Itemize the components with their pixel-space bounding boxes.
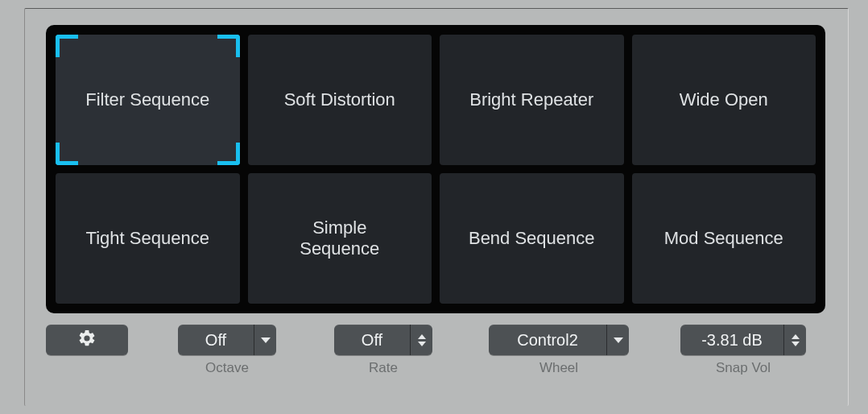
controls-row: Off Octave Off Rate Control2 Wheel - xyxy=(46,325,827,376)
rate-label: Rate xyxy=(369,360,398,376)
pad-bright-repeater[interactable]: Bright Repeater xyxy=(440,35,624,165)
pads-grid: Filter Sequence Soft Distortion Bright R… xyxy=(56,35,816,304)
pad-wide-open[interactable]: Wide Open xyxy=(632,35,816,165)
settings-button[interactable] xyxy=(46,325,128,355)
snap-vol-value: -3.81 dB xyxy=(680,325,783,355)
snap-vol-label: Snap Vol xyxy=(716,360,771,376)
pad-tight-sequence[interactable]: Tight Sequence xyxy=(56,173,240,304)
rate-value: Off xyxy=(334,325,410,355)
stepper-arrows-icon xyxy=(783,325,806,355)
pad-filter-sequence[interactable]: Filter Sequence xyxy=(56,35,240,165)
pad-simple-sequence[interactable]: Simple Sequence xyxy=(248,173,432,304)
wheel-dropdown[interactable]: Control2 xyxy=(489,325,629,355)
stepper-arrows-icon xyxy=(410,325,432,355)
octave-group: Off Octave xyxy=(178,325,276,376)
pad-mod-sequence[interactable]: Mod Sequence xyxy=(632,173,816,304)
pad-label: Filter Sequence xyxy=(85,89,209,110)
pad-label: Wide Open xyxy=(680,89,768,110)
pad-label: Tight Sequence xyxy=(86,228,209,249)
pad-label: Soft Distortion xyxy=(284,89,395,110)
settings-group xyxy=(46,325,128,355)
gear-icon xyxy=(77,329,97,351)
pad-label: Bend Sequence xyxy=(469,228,595,249)
chevron-down-icon xyxy=(254,325,276,355)
rate-group: Off Rate xyxy=(334,325,432,376)
snapshot-panel: Filter Sequence Soft Distortion Bright R… xyxy=(24,8,849,406)
wheel-group: Control2 Wheel xyxy=(489,325,629,376)
snap-vol-group: -3.81 dB Snap Vol xyxy=(680,325,806,376)
pads-frame: Filter Sequence Soft Distortion Bright R… xyxy=(46,25,825,313)
snap-vol-stepper[interactable]: -3.81 dB xyxy=(680,325,806,355)
rate-stepper[interactable]: Off xyxy=(334,325,432,355)
pad-label: Mod Sequence xyxy=(664,228,783,249)
pad-label: Simple Sequence xyxy=(291,217,388,260)
octave-value: Off xyxy=(178,325,254,355)
wheel-value: Control2 xyxy=(489,325,606,355)
chevron-down-icon xyxy=(606,325,629,355)
pad-bend-sequence[interactable]: Bend Sequence xyxy=(440,173,624,304)
octave-label: Octave xyxy=(205,360,249,376)
octave-dropdown[interactable]: Off xyxy=(178,325,276,355)
pad-soft-distortion[interactable]: Soft Distortion xyxy=(248,35,432,165)
pad-label: Bright Repeater xyxy=(469,89,593,110)
wheel-label: Wheel xyxy=(539,360,578,376)
